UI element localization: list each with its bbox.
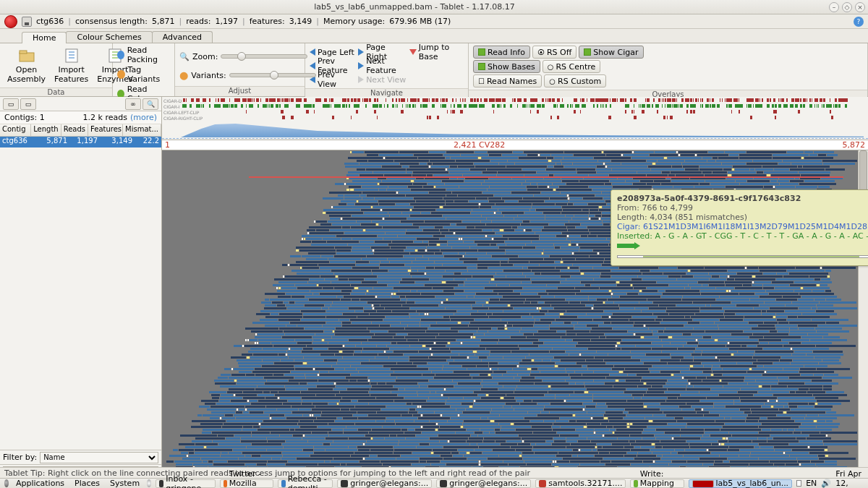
tip-bar: Tablet Tip: Right click on the line conn… xyxy=(0,467,868,478)
viewer: CIGAR-D CIGAR-I CIGAR-LEFT-CLIP CIGAR-RI… xyxy=(162,97,868,479)
filter-label: Filter by: xyxy=(3,453,37,462)
svg-rect-0 xyxy=(20,53,34,61)
gnome-icon[interactable] xyxy=(4,479,9,487)
jump-to-base-button[interactable]: Jump to Base xyxy=(409,46,464,59)
filter-row: Filter by: Name xyxy=(0,450,161,464)
check-icon xyxy=(478,63,485,70)
sidebar-toolbar: ▭ ▭ ∞ 🔍 xyxy=(0,97,161,111)
read-names-toggle[interactable]: ☐ Read Names xyxy=(473,74,542,87)
col-length[interactable]: Length xyxy=(31,124,61,136)
reads-count: 1.2 k reads xyxy=(83,113,127,122)
menu-system[interactable]: System xyxy=(107,479,142,488)
disk-icon[interactable] xyxy=(22,17,32,27)
window-title: lab5_vs_lab6_unmapped.bam - Tablet - 1.1… xyxy=(314,2,515,12)
tag-variants-icon xyxy=(117,70,125,79)
col-contig[interactable]: Contig xyxy=(0,124,31,136)
read-packing-icon xyxy=(117,51,124,59)
ruler-start: 1 xyxy=(165,140,170,150)
zoom-slider[interactable] xyxy=(221,54,307,59)
sidebar-tool-3[interactable]: ∞ xyxy=(125,98,141,110)
arrow-left-icon xyxy=(310,62,315,69)
tab-home[interactable]: Home xyxy=(22,32,67,43)
contig-table-header: Contig Length Reads Features Mismat... xyxy=(0,124,161,137)
taskbar-app-6[interactable]: Write: Mapping to... xyxy=(630,479,684,488)
tooltip-inserted: Inserted: A - G - A - GT - CGG - T - C -… xyxy=(617,231,868,241)
menu-applications[interactable]: Applications xyxy=(13,479,67,488)
main-area: ▭ ▭ ∞ 🔍 Contigs: 1 1.2 k reads (more) Co… xyxy=(0,97,868,479)
show-bases-toggle[interactable]: Show Bases xyxy=(473,60,540,73)
reads-canvas[interactable]: e208973a-5a0f-4379-8691-c9f17643c832 Fro… xyxy=(162,150,868,479)
keyboard-lang[interactable]: EN xyxy=(806,479,817,488)
help-icon[interactable]: ? xyxy=(854,17,864,27)
read-tooltip: e208973a-5a0f-4379-8691-c9f17643c832 Fro… xyxy=(610,189,868,266)
tooltip-cigar: Cigar: 61S21M1D3M1I6M1I18M1I13M2D79M1D25… xyxy=(617,222,868,231)
import-features-button[interactable]: Import Features xyxy=(51,46,91,85)
check-icon xyxy=(478,48,485,56)
tab-advanced[interactable]: Advanced xyxy=(152,31,213,43)
feature-tracks[interactable]: CIGAR-D CIGAR-I CIGAR-LEFT-CLIP CIGAR-RI… xyxy=(162,97,868,140)
contig-row-selected[interactable]: ctg636 5,871 1,197 3,149 22.2 xyxy=(0,137,161,147)
clock[interactable]: Fri Apr 12, 14:51 xyxy=(835,469,864,488)
variants-slider[interactable] xyxy=(229,73,316,77)
maximize-button[interactable]: ◇ xyxy=(842,2,852,12)
svg-rect-1 xyxy=(20,51,27,53)
taskbar-app-2[interactable]: Rebecca - demulti... xyxy=(278,479,333,488)
rs-custom-button[interactable]: ○ RS Custom xyxy=(544,74,606,87)
ribbon: Open Assembly Import Features Import Enz… xyxy=(0,43,868,97)
app-icon xyxy=(4,15,17,28)
memory-value: 679.96 MB (17) xyxy=(389,17,451,26)
consensus-value: 5,871 xyxy=(152,17,175,26)
next-feature-button[interactable]: Next Feature xyxy=(358,59,407,72)
window-titlebar: lab5_vs_lab6_unmapped.bam - Tablet - 1.1… xyxy=(0,0,868,14)
prev-view-button[interactable]: Prev View xyxy=(310,73,355,86)
memory-label: Memory usage: xyxy=(323,17,385,26)
read-direction-icon xyxy=(617,244,634,251)
sidebar: ▭ ▭ ∞ 🔍 Contigs: 1 1.2 k reads (more) Co… xyxy=(0,97,162,479)
taskbar-app-3[interactable]: gringer@elegans:... xyxy=(337,479,432,488)
filter-select[interactable]: Name xyxy=(40,452,158,463)
keyboard-flag-icon[interactable] xyxy=(796,480,801,487)
tab-colour-schemes[interactable]: Colour Schemes xyxy=(66,31,152,43)
read-info-toggle[interactable]: Read Info xyxy=(473,46,530,59)
track-left-clip-label: CIGAR-LEFT-CLIP xyxy=(162,110,200,115)
reads-value: 1,197 xyxy=(215,17,238,26)
volume-icon[interactable]: 🔊 xyxy=(821,479,831,488)
menu-places[interactable]: Places xyxy=(72,479,103,488)
sidebar-tool-2[interactable]: ▭ xyxy=(20,98,36,110)
features-label: features: xyxy=(250,17,285,26)
rs-off-button[interactable]: ⦿ RS Off xyxy=(532,46,576,59)
taskbar-app-1[interactable]: Twitter - Mozilla Fi... xyxy=(220,479,274,488)
ruler-mid: 2,421 CV282 xyxy=(454,140,505,150)
launcher-icon[interactable] xyxy=(147,479,151,487)
tooltip-length: Length: 4,034 (851 mismatches) xyxy=(617,213,868,222)
show-cigar-toggle[interactable]: Show Cigar xyxy=(579,46,643,59)
group-data-label: Data xyxy=(0,87,112,96)
sidebar-tool-4[interactable]: 🔍 xyxy=(142,98,158,110)
ruler-end: 5,872 xyxy=(843,140,866,150)
col-reads[interactable]: Reads xyxy=(61,124,88,136)
read-packing-button[interactable]: Read Packing xyxy=(117,46,170,64)
col-features[interactable]: Features xyxy=(88,124,123,136)
open-assembly-button[interactable]: Open Assembly xyxy=(4,46,48,85)
contig-name: ctg636 xyxy=(36,17,64,26)
col-mismatch[interactable]: Mismat... xyxy=(123,124,161,136)
group-adjust-label: Adjust xyxy=(175,86,305,96)
more-link[interactable]: (more) xyxy=(130,113,157,122)
tooltip-scale xyxy=(617,255,868,258)
variants-label: Variants: xyxy=(191,71,226,80)
ruler[interactable]: 1 2,421 CV282 5,872 xyxy=(162,140,868,150)
minimize-button[interactable]: – xyxy=(829,2,839,12)
sidebar-tool-1[interactable]: ▭ xyxy=(3,98,19,110)
taskbar-app-4[interactable]: gringer@elegans:... xyxy=(436,479,531,488)
track-cigar-i-label: CIGAR-I xyxy=(162,104,182,109)
taskbar-app-7[interactable]: lab5_vs_lab6_un... xyxy=(689,479,792,488)
arrow-right-icon xyxy=(358,62,364,69)
taskbar-app-5[interactable]: samtools.32171.... xyxy=(535,479,626,488)
tag-variants-button[interactable]: Tag Variants xyxy=(117,65,170,84)
rs-centre-button[interactable]: ○ RS Centre xyxy=(542,60,601,73)
tooltip-title: e208973a-5a0f-4379-8691-c9f17643c832 xyxy=(617,194,868,203)
coverage-plot xyxy=(181,123,864,137)
taskbar-app-0[interactable]: Inbox - gringene... xyxy=(156,479,216,488)
check-icon xyxy=(584,48,591,56)
close-button[interactable]: × xyxy=(855,2,865,12)
